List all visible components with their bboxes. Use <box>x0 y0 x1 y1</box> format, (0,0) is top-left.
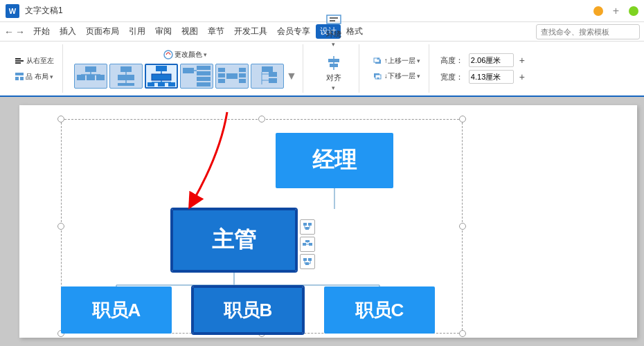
svg-rect-33 <box>218 68 225 72</box>
height-input[interactable] <box>469 53 514 67</box>
sidebar-left <box>0 97 12 346</box>
svg-rect-23 <box>147 82 154 86</box>
menu-page-layout[interactable]: 页面布局 <box>82 24 123 39</box>
svg-rect-32 <box>226 73 238 79</box>
org-chart-container[interactable]: 经理 主管 职员A 职员B 职员C <box>61 119 463 334</box>
layout-thumb-6[interactable] <box>251 64 284 89</box>
employee-c-label: 职员C <box>355 298 404 322</box>
menu-developer[interactable]: 开发工具 <box>230 24 271 39</box>
employee-c-box[interactable]: 职员C <box>324 286 435 334</box>
document-page: 经理 主管 职员A 职员B 职员C <box>19 105 637 338</box>
svg-rect-35 <box>218 79 225 83</box>
layout-thumb-3[interactable] <box>145 64 178 89</box>
svg-rect-36 <box>239 68 246 72</box>
smartart-more-btn[interactable] <box>300 254 315 269</box>
employee-b-box[interactable]: 职员B <box>193 286 303 334</box>
ribbon-section-move: 从右至左 品 布局 ▾ <box>6 44 63 93</box>
menu-review[interactable]: 审阅 <box>151 24 176 39</box>
wrap-button[interactable]: 环绕 ▾ <box>323 10 345 49</box>
change-colors-button[interactable]: 更改颜色 ▾ <box>161 48 210 61</box>
handle-tr[interactable] <box>459 116 466 122</box>
document-title: 文字文稿1 <box>25 5 588 17</box>
more-layouts-button[interactable]: ▼ <box>286 70 297 82</box>
search-input[interactable] <box>536 24 640 39</box>
svg-rect-0 <box>15 58 21 60</box>
svg-rect-69 <box>309 243 312 246</box>
align-button[interactable]: 对齐 ▾ <box>323 53 345 93</box>
svg-rect-68 <box>303 243 306 246</box>
svg-rect-10 <box>77 75 85 80</box>
employee-a-box[interactable]: 职员A <box>61 286 172 334</box>
svg-rect-5 <box>20 77 24 80</box>
layout-thumb-5[interactable] <box>215 64 249 89</box>
manager-label: 经理 <box>312 145 357 176</box>
width-plus[interactable]: + <box>519 71 525 82</box>
align-icon <box>325 55 342 71</box>
height-plus[interactable]: + <box>519 55 525 66</box>
menu-reference[interactable]: 引用 <box>125 24 150 39</box>
wrap-icon <box>325 11 342 28</box>
menu-insert[interactable]: 插入 <box>55 24 80 39</box>
svg-rect-26 <box>183 68 194 73</box>
layout-thumb-svg-3 <box>146 65 177 87</box>
ribbon-row-2: 品 布局 ▾ <box>12 71 56 83</box>
svg-rect-28 <box>197 66 211 70</box>
height-label: 高度： <box>440 55 463 66</box>
red-arrow <box>179 112 234 216</box>
supervisor-label: 主管 <box>212 225 256 255</box>
layout-thumb-4[interactable] <box>180 64 213 89</box>
menu-start[interactable]: 开始 <box>29 24 54 39</box>
palette-icon <box>163 50 173 60</box>
svg-rect-37 <box>239 73 246 78</box>
svg-rect-29 <box>197 71 211 75</box>
manager-box[interactable]: 经理 <box>276 133 393 188</box>
employee-a-label: 职员A <box>92 298 141 322</box>
handle-tl[interactable] <box>57 116 64 122</box>
handle-br[interactable] <box>459 330 466 337</box>
redo-button[interactable]: → <box>15 26 25 37</box>
undo-button[interactable]: ← <box>4 26 14 37</box>
svg-rect-24 <box>158 82 165 86</box>
svg-rect-25 <box>168 82 175 86</box>
handle-tc[interactable] <box>258 116 265 122</box>
width-input[interactable] <box>469 70 514 84</box>
supervisor-box[interactable]: 主管 <box>172 209 296 271</box>
menu-format[interactable]: 格式 <box>342 24 367 39</box>
ribbon-row-1: 从右至左 <box>11 54 57 68</box>
svg-rect-40 <box>269 72 277 77</box>
svg-rect-61 <box>303 223 307 226</box>
svg-rect-73 <box>303 258 307 261</box>
smartart-layouts-row: ▼ <box>74 64 297 89</box>
menu-view[interactable]: 视图 <box>177 24 202 39</box>
layout-thumb-svg-6 <box>252 65 283 87</box>
ribbon-layout[interactable]: 品 布局 ▾ <box>12 71 56 83</box>
ribbon-right-to-left[interactable]: 从右至左 <box>11 54 57 68</box>
new-tab-button[interactable]: + <box>609 5 623 17</box>
svg-rect-2 <box>15 62 21 64</box>
move-down-layer-button[interactable]: ↓下移一层 ▾ <box>370 70 423 82</box>
up-layer-icon <box>373 56 383 66</box>
ribbon: 从右至左 品 布局 ▾ 更改颜色 ▾ <box>0 42 644 97</box>
layout-thumb-svg-5 <box>217 65 247 87</box>
smartart-add-sibling-btn[interactable] <box>300 237 315 252</box>
svg-rect-38 <box>239 79 246 83</box>
svg-rect-48 <box>330 64 338 67</box>
menu-vip[interactable]: 会员专享 <box>273 24 314 39</box>
layout-icon <box>15 72 24 82</box>
handle-mr[interactable] <box>459 223 466 230</box>
svg-rect-34 <box>218 73 225 78</box>
width-row: 宽度： + <box>440 70 525 84</box>
dot-yellow[interactable] <box>593 6 603 16</box>
add-sibling-icon <box>302 239 313 250</box>
move-up-layer-button[interactable]: ↑上移一层 ▾ <box>370 55 423 67</box>
app-icon: W <box>6 4 19 18</box>
svg-rect-71 <box>305 240 310 242</box>
smartart-add-child-btn[interactable] <box>300 219 315 235</box>
undo-redo-group: ← → <box>4 26 25 37</box>
layout-thumb-1[interactable] <box>74 64 107 89</box>
menu-chapter[interactable]: 章节 <box>204 24 229 39</box>
svg-rect-41 <box>269 78 277 83</box>
dot-green[interactable] <box>629 6 638 16</box>
layout-thumb-2[interactable] <box>109 64 143 89</box>
handle-ml[interactable] <box>57 223 64 230</box>
